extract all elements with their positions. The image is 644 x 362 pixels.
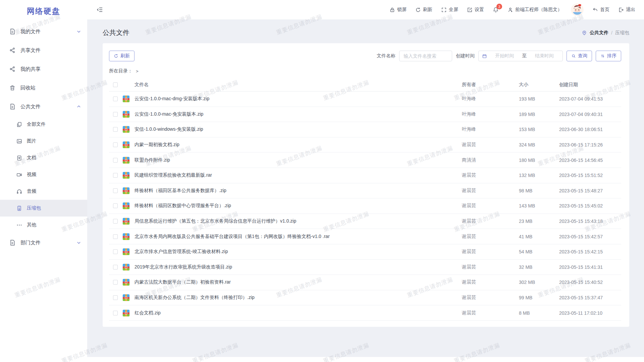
row-checkbox[interactable]: [113, 203, 118, 208]
refresh-button[interactable]: 刷新: [415, 7, 432, 13]
table-row[interactable]: 红会文档.zip 谢晨芸 8 MB 2023-05-11 17:02:10: [109, 305, 621, 321]
sidebar-item-label: 视频: [27, 172, 36, 178]
file-name[interactable]: 北京市排水户信息管理系统-竣工验收材料.zip: [135, 249, 462, 255]
file-name[interactable]: 终验材料（福田区数据中心管理服务平台）.zip: [135, 203, 462, 209]
sidebar-item-archives[interactable]: 压缩包: [0, 200, 87, 217]
bottom-scroll-strip[interactable]: [87, 357, 644, 362]
refresh-list-label: 刷新: [120, 53, 130, 59]
file-name[interactable]: 内蒙一期初验文档.zip: [135, 142, 462, 148]
table-row[interactable]: 终验材料（福田区数据中心管理服务平台）.zip 谢晨芸 143 MB 2023-…: [109, 198, 621, 214]
sidebar-item-my-shares[interactable]: 我的共享: [0, 60, 87, 78]
row-checkbox[interactable]: [113, 127, 118, 132]
table-row[interactable]: 2019年北京市水行政审批系统升级改造项目.zip 谢晨芸 32 MB 2023…: [109, 260, 621, 275]
file-name[interactable]: 终验材料（福田区基本公共服务数据库）.zip: [135, 188, 462, 194]
table-row[interactable]: 安信-1.0.0-windows-免安装版.zip 叶海峰 153 MB 202…: [109, 122, 621, 137]
row-checkbox[interactable]: [113, 173, 118, 178]
sidebar-item-audio[interactable]: 音频: [0, 183, 87, 200]
select-all-checkbox[interactable]: [113, 82, 118, 87]
settings-button[interactable]: 设置: [467, 7, 484, 13]
fullscreen-button[interactable]: 全屏: [441, 7, 458, 13]
sidebar-item-label: 其他: [27, 222, 36, 228]
table-row[interactable]: 联盟办件附件.zip 商清清 180 MB 2023-06-15 14:56:4…: [109, 153, 621, 168]
sidebar-item-my-files[interactable]: 我的文件: [0, 22, 87, 41]
sidebar-item-recycle-bin[interactable]: 回收站: [0, 78, 87, 97]
sidebar-item-dept-files[interactable]: 部门文件: [0, 233, 87, 252]
sidebar-item-all-files[interactable]: 全部文件: [0, 116, 87, 133]
file-name[interactable]: 安信-1.0.0-windows-免安装版.zip: [135, 126, 462, 132]
sidebar-item-videos[interactable]: 视频: [0, 166, 87, 183]
breadcrumb-root[interactable]: 公共文件: [590, 30, 608, 36]
row-checkbox[interactable]: [113, 280, 118, 285]
file-name[interactable]: 北京市水务局内网改版及公共服务基础平台建设项目（第1包：内网改版）终验验文档-v…: [135, 234, 462, 240]
file-name[interactable]: 南海区机关新办公系统（二期）文件资料（终验打印）.zip: [135, 295, 462, 301]
sidebar-item-public-files[interactable]: 公共文件: [0, 97, 87, 116]
file-name[interactable]: 联盟办件附件.zip: [135, 157, 462, 163]
file-name[interactable]: 局信息系统运行维护（第五包：北京市水务局综合信息平台运行维护）v1.0.zip: [135, 218, 462, 224]
directory-arrow: >: [136, 69, 139, 74]
file-date: 2023-05-15 15:51:52: [559, 173, 621, 178]
user-menu[interactable]: 前端工程师（陈思文）: [507, 7, 562, 13]
table-row[interactable]: 终验材料（福田区基本公共服务数据库）.zip 谢晨芸 98 MB 2023-05…: [109, 183, 621, 199]
avatar[interactable]: [571, 3, 584, 16]
table-row[interactable]: 南海区机关新办公系统（二期）文件资料（终验打印）.zip 谢晨芸 99 MB 2…: [109, 290, 621, 306]
table-row[interactable]: 北京市排水户信息管理系统-竣工验收材料.zip 谢晨芸 54 MB 2023-0…: [109, 244, 621, 260]
file-owner: 谢晨芸: [462, 172, 519, 178]
file-name[interactable]: 云安信-1.0.0-mac-dmg-安装版本.zip: [135, 96, 462, 102]
refresh-label: 刷新: [423, 7, 432, 13]
sidebar-item-other[interactable]: 其他: [0, 217, 87, 233]
row-checkbox[interactable]: [113, 142, 118, 147]
file-owner: 谢晨芸: [462, 218, 519, 224]
sort-button[interactable]: 排序: [596, 51, 621, 61]
file-name[interactable]: 内蒙古法院大数据平台（二期）初验前资料.rar: [135, 279, 462, 285]
table-row[interactable]: 局信息系统运行维护（第五包：北京市水务局综合信息平台运行维护）v1.0.zip …: [109, 214, 621, 229]
row-checkbox[interactable]: [113, 234, 118, 239]
file-name[interactable]: 云安信-1.0.0-mac-免安装版本.zip: [135, 111, 462, 117]
file-owner: 谢晨芸: [462, 142, 519, 148]
filename-search-input[interactable]: [399, 51, 452, 61]
row-checkbox[interactable]: [113, 158, 118, 163]
row-checkbox[interactable]: [113, 295, 118, 300]
end-date-placeholder[interactable]: 结束时间: [530, 53, 559, 59]
date-range-picker[interactable]: 开始时间 至 结束时间: [478, 51, 563, 61]
row-checkbox[interactable]: [113, 188, 118, 193]
archive-file-icon: [122, 202, 130, 209]
table-row[interactable]: 云安信-1.0.0-mac-免安装版本.zip 叶海峰 189 MB 2023-…: [109, 107, 621, 122]
sidebar-item-label: 图片: [27, 138, 36, 144]
file-size: 180 MB: [519, 158, 559, 163]
archive-file-icon: [122, 309, 130, 317]
home-button[interactable]: 首页: [592, 7, 609, 13]
file-name[interactable]: 民建组织管理系统验收文档最新版.rar: [135, 172, 462, 178]
file-name[interactable]: 红会文档.zip: [135, 310, 462, 316]
table-row[interactable]: 民建组织管理系统验收文档最新版.rar 谢晨芸 132 MB 2023-05-1…: [109, 168, 621, 183]
range-to-label: 至: [522, 53, 527, 59]
query-button[interactable]: 查询: [567, 51, 592, 61]
file-panel: 刷新 文件名称 创建时间 开始时间 至 结束时间 查询: [103, 43, 629, 327]
table-row[interactable]: 北京市水务局内网改版及公共服务基础平台建设项目（第1包：内网改版）终验验文档-v…: [109, 229, 621, 244]
logout-button[interactable]: 退出: [618, 7, 635, 13]
lock-screen-button[interactable]: 锁屏: [389, 7, 407, 13]
row-checkbox[interactable]: [113, 112, 118, 117]
table-row[interactable]: 云安信-1.0.0-mac-dmg-安装版本.zip 叶海峰 193 MB 20…: [109, 92, 621, 107]
row-checkbox[interactable]: [113, 311, 118, 315]
sidebar-item-shared-files[interactable]: 共享文件: [0, 41, 87, 60]
file-name[interactable]: 2019年北京市水行政审批系统升级改造项目.zip: [135, 264, 462, 270]
location-pin-icon: [582, 30, 587, 36]
file-owner: 谢晨芸: [462, 188, 519, 194]
table-row[interactable]: 内蒙一期初验文档.zip 谢晨芸 324 MB 2023-06-15 17:15…: [109, 137, 621, 153]
collapse-sidebar-icon[interactable]: [97, 6, 103, 13]
image-icon: [16, 138, 22, 144]
notifications-button[interactable]: 3: [493, 7, 499, 13]
notification-badge: 3: [496, 4, 502, 9]
sidebar-item-label: 文档: [27, 155, 36, 161]
header-actions: 锁屏 刷新 全屏 设置 3 前端工程师（陈思文）: [389, 3, 635, 16]
sidebar-item-images[interactable]: 图片: [0, 133, 87, 149]
sidebar-item-label: 压缩包: [27, 205, 41, 211]
row-checkbox[interactable]: [113, 265, 118, 269]
row-checkbox[interactable]: [113, 219, 118, 224]
refresh-list-button[interactable]: 刷新: [109, 51, 135, 61]
row-checkbox[interactable]: [113, 97, 118, 101]
row-checkbox[interactable]: [113, 249, 118, 254]
sidebar-item-docs[interactable]: 文档: [0, 149, 87, 166]
start-date-placeholder[interactable]: 开始时间: [490, 53, 520, 59]
table-row[interactable]: 内蒙古法院大数据平台（二期）初验前资料.rar 谢晨芸 302 MB 2023-…: [109, 275, 621, 290]
